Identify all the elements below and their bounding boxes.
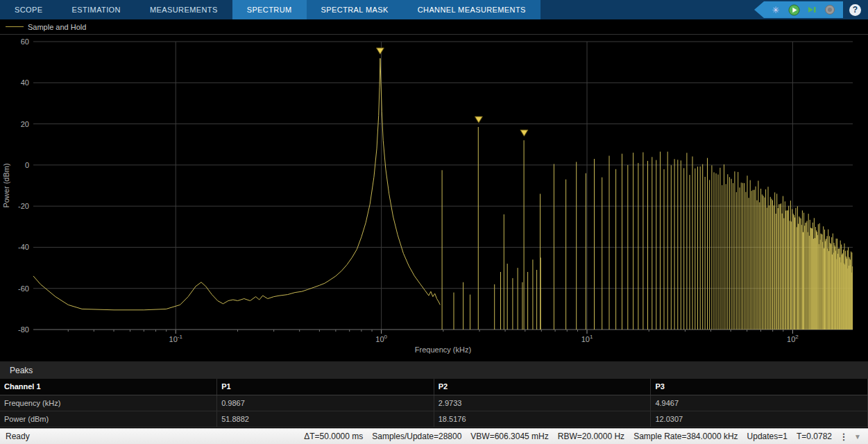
status-bar: Ready ΔT=50.0000 msSamples/Update=28800V… [0,428,868,444]
svg-text:60: 60 [21,37,29,46]
peaks-panel-title: Peaks [0,361,868,379]
toolstrip: SCOPEESTIMATIONMEASUREMENTSSPECTRUMSPECT… [0,0,868,19]
step-forward-icon[interactable] [806,3,818,16]
status-stat: Updates=1 [747,432,788,441]
peak-value-cell: 2.9733 [434,395,651,411]
plot-area[interactable]: 6040200-20-40-60-8010-1100101102Frequenc… [0,35,868,361]
peaks-col-header-1: P1 [217,379,434,395]
peak-marker [475,117,482,123]
svg-text:-60: -60 [18,284,29,293]
tab-measurements[interactable]: MEASUREMENTS [135,0,232,19]
status-stat: RBW=20.0000 Hz [558,432,624,441]
legend-label[interactable]: Sample and Hold [28,23,86,31]
svg-text:-40: -40 [18,243,29,251]
status-stat: Sample Rate=384.0000 kHz [633,432,738,441]
svg-text:100: 100 [375,334,387,343]
peaks-table-header-row: Channel 1P1P2P3 [0,379,868,395]
help-icon[interactable]: ? [849,4,861,16]
peaks-col-header-0: Channel 1 [0,379,217,395]
connect-glyph: ✳ [772,6,780,15]
stop-icon[interactable] [824,3,836,16]
table-row: Frequency (kHz)0.98672.97334.9467 [0,395,868,411]
svg-text:-20: -20 [18,202,29,210]
peak-value-cell: 4.9467 [651,395,868,411]
status-stats: ΔT=50.0000 msSamples/Update=28800VBW=606… [304,432,832,441]
tab-spectral-mask[interactable]: SPECTRAL MASK [307,0,403,19]
status-stat: VBW=606.3045 mHz [470,432,548,441]
status-stat: Samples/Update=28800 [372,432,461,441]
legend-bar: Sample and Hold [0,19,868,35]
peaks-col-header-3: P3 [651,379,868,395]
y-axis-label: Power (dBm) [2,163,10,207]
tab-estimation[interactable]: ESTIMATION [58,0,135,19]
svg-text:102: 102 [787,334,799,343]
toolbar-controls: ✳ [754,0,868,19]
peak-value-cell: 12.0307 [651,411,868,427]
status-stat: ΔT=50.0000 ms [304,432,363,441]
x-axis-label: Frequency (kHz) [415,345,471,354]
tab-scope[interactable]: SCOPE [0,0,58,19]
row-label: Frequency (kHz) [0,395,217,411]
peak-marker [376,48,384,54]
svg-text:101: 101 [581,334,593,343]
peaks-col-header-2: P2 [434,379,651,395]
peak-marker [520,130,528,136]
peaks-panel: Peaks Channel 1P1P2P3 Frequency (kHz)0.9… [0,361,868,427]
peak-value-cell: 0.9867 [217,395,434,411]
playback-controls: ✳ [754,1,843,18]
legend-line-sample [6,26,24,27]
spectrum-trace [33,58,440,310]
row-label: Power (dBm) [0,411,217,427]
spectrum-harmonics [442,127,853,330]
tab-spectrum[interactable]: SPECTRUM [232,0,307,19]
table-row: Power (dBm)51.888218.517612.0307 [0,411,868,427]
peaks-table: Channel 1P1P2P3 Frequency (kHz)0.98672.9… [0,379,868,427]
status-overflow-icon[interactable]: ⋮ [837,432,850,442]
connect-icon[interactable]: ✳ [769,3,782,16]
peak-value-cell: 51.8882 [217,411,434,427]
tab-channel-measurements[interactable]: CHANNEL MEASUREMENTS [403,0,541,19]
stop-icon-graphic [824,4,835,15]
svg-text:40: 40 [21,78,29,87]
svg-text:10-1: 10-1 [169,334,183,343]
run-icon[interactable] [788,3,800,16]
svg-text:0: 0 [25,161,29,169]
toolstrip-tabs: SCOPEESTIMATIONMEASUREMENTSSPECTRUMSPECT… [0,0,541,19]
status-collapse-icon[interactable]: ▼ [850,433,865,441]
step-forward-icon-graphic [806,4,817,15]
run-icon-graphic [788,4,800,16]
spectrum-analyzer-window: SCOPEESTIMATIONMEASUREMENTSSPECTRUMSPECT… [0,0,868,444]
peak-value-cell: 18.5176 [434,411,651,427]
status-stat: T=0.0782 [797,432,832,441]
status-text: Ready [6,432,30,441]
svg-text:20: 20 [21,120,29,128]
svg-text:-80: -80 [18,325,29,334]
spectrum-plot[interactable]: 6040200-20-40-60-8010-1100101102Frequenc… [0,35,868,361]
